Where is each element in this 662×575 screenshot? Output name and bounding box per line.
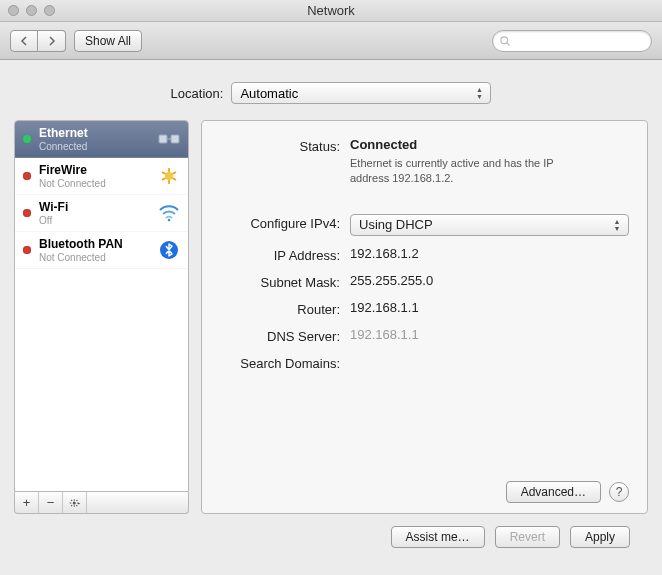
status-description: Ethernet is currently active and has the… (350, 156, 580, 186)
bluetooth-icon (158, 239, 180, 261)
configure-ipv4-popup[interactable]: Using DHCP ▲▼ (350, 214, 629, 236)
location-value: Automatic (240, 86, 298, 101)
remove-service-button[interactable]: − (39, 492, 63, 513)
service-name: Ethernet (39, 126, 150, 140)
detail-panel: Status: Connected Ethernet is currently … (201, 120, 648, 514)
svg-line-1 (507, 42, 510, 45)
ip-address-value: 192.168.1.2 (350, 246, 629, 261)
location-popup[interactable]: Automatic ▲▼ (231, 82, 491, 104)
sidebar-buttons-spacer (87, 492, 188, 513)
subnet-mask-label: Subnet Mask: (220, 273, 350, 290)
search-icon (499, 35, 511, 47)
sidebar-buttons: + − (14, 492, 189, 514)
chevron-left-icon (20, 36, 28, 46)
search-domains-label: Search Domains: (220, 354, 350, 371)
assist-me-button[interactable]: Assist me… (391, 526, 485, 548)
service-status: Not Connected (39, 252, 150, 263)
svg-point-0 (501, 36, 508, 43)
chevron-right-icon (48, 36, 56, 46)
service-status: Connected (39, 141, 150, 152)
advanced-button[interactable]: Advanced… (506, 481, 601, 503)
add-service-button[interactable]: + (15, 492, 39, 513)
status-value: Connected (350, 137, 417, 152)
configure-ipv4-label: Configure IPv4: (220, 214, 350, 231)
sidebar-item-bluetooth-pan[interactable]: Bluetooth PAN Not Connected (15, 232, 188, 269)
services-list: Ethernet Connected FireWire Not Connecte… (14, 120, 189, 492)
wifi-icon (158, 202, 180, 224)
toolbar: Show All (0, 22, 662, 60)
popup-arrows-icon: ▲▼ (472, 85, 486, 101)
back-button[interactable] (10, 30, 38, 52)
status-dot-disconnected-icon (23, 246, 31, 254)
nav-buttons (10, 30, 66, 52)
status-label: Status: (220, 137, 350, 154)
svg-point-5 (165, 172, 173, 180)
status-dot-disconnected-icon (23, 172, 31, 180)
subnet-mask-value: 255.255.255.0 (350, 273, 629, 288)
configure-ipv4-value: Using DHCP (359, 217, 433, 232)
sidebar-item-firewire[interactable]: FireWire Not Connected (15, 158, 188, 195)
dns-server-value: 192.168.1.1 (350, 327, 629, 342)
svg-rect-2 (159, 135, 167, 143)
apply-button[interactable]: Apply (570, 526, 630, 548)
titlebar: Network (0, 0, 662, 22)
action-menu-button[interactable] (63, 492, 87, 513)
ethernet-icon (158, 128, 180, 150)
svg-rect-3 (171, 135, 179, 143)
svg-point-8 (72, 501, 75, 504)
sidebar-item-ethernet[interactable]: Ethernet Connected (15, 121, 188, 158)
sidebar-item-wifi[interactable]: Wi-Fi Off (15, 195, 188, 232)
router-value: 192.168.1.1 (350, 300, 629, 315)
forward-button[interactable] (38, 30, 66, 52)
location-label: Location: (171, 86, 224, 101)
popup-arrows-icon: ▲▼ (610, 217, 624, 233)
service-name: FireWire (39, 163, 150, 177)
svg-point-6 (168, 219, 171, 222)
dns-server-label: DNS Server: (220, 327, 350, 344)
search-field[interactable] (492, 30, 652, 52)
service-name: Wi-Fi (39, 200, 150, 214)
location-row: Location: Automatic ▲▼ (14, 82, 648, 104)
show-all-button[interactable]: Show All (74, 30, 142, 52)
router-label: Router: (220, 300, 350, 317)
status-dot-connected-icon (23, 135, 31, 143)
service-status: Not Connected (39, 178, 150, 189)
gear-icon (69, 497, 81, 509)
ip-address-label: IP Address: (220, 246, 350, 263)
firewire-icon (158, 165, 180, 187)
footer-buttons: Assist me… Revert Apply (14, 514, 648, 548)
service-name: Bluetooth PAN (39, 237, 150, 251)
help-button[interactable]: ? (609, 482, 629, 502)
service-status: Off (39, 215, 150, 226)
status-dot-disconnected-icon (23, 209, 31, 217)
revert-button[interactable]: Revert (495, 526, 560, 548)
window-title: Network (0, 3, 662, 18)
